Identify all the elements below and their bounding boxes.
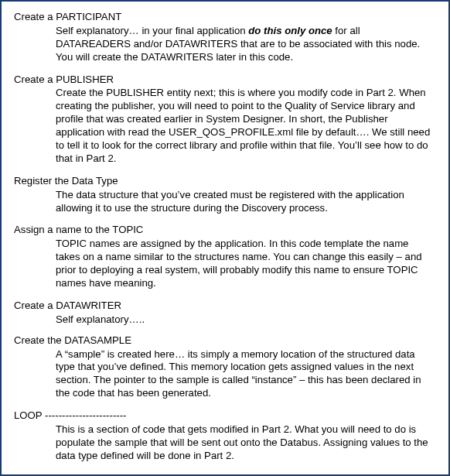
heading-loop: LOOP ------------------------ <box>14 409 435 423</box>
section-datawriter: Create a DATAWRITER Self explanatory….. <box>14 300 435 327</box>
heading-datasample: Create the DATASAMPLE <box>14 334 435 348</box>
text-loop: This is a section of code that gets modi… <box>56 423 435 463</box>
body-publisher: Create the PUBLISHER entity next; this i… <box>56 87 435 165</box>
text-participant-pre: Self explanatory… in your final applicat… <box>56 25 248 36</box>
text-datawriter: Self explanatory….. <box>56 313 435 327</box>
section-loop: LOOP ------------------------ This is a … <box>14 409 435 463</box>
section-datasample: Create the DATASAMPLE A “sample” is crea… <box>14 334 435 400</box>
body-participant: Self explanatory… in your final applicat… <box>56 25 435 64</box>
section-participant: Create a PARTICIPANT Self explanatory… i… <box>14 11 435 64</box>
heading-topic: Assign a name to the TOPIC <box>14 224 435 237</box>
body-loop: This is a section of code that gets modi… <box>56 423 435 463</box>
heading-register-type: Register the Data Type <box>14 175 435 188</box>
body-register-type: The data structure that you’ve created m… <box>56 189 435 215</box>
text-datasample: A “sample” is created here… its simply a… <box>56 348 435 401</box>
text-topic: TOPIC names are assigned by the applicat… <box>56 238 435 290</box>
heading-participant: Create a PARTICIPANT <box>14 11 435 24</box>
text-publisher: Create the PUBLISHER entity next; this i… <box>56 87 435 165</box>
section-publisher: Create a PUBLISHER Create the PUBLISHER … <box>14 74 435 166</box>
section-register-type: Register the Data Type The data structur… <box>14 175 435 215</box>
body-datawriter: Self explanatory….. <box>56 313 435 327</box>
heading-datawriter: Create a DATAWRITER <box>14 300 435 313</box>
heading-publisher: Create a PUBLISHER <box>14 74 435 87</box>
body-datasample: A “sample” is created here… its simply a… <box>56 348 435 401</box>
text-participant-emph: do this only once <box>248 25 332 36</box>
section-topic: Assign a name to the TOPIC TOPIC names a… <box>14 224 435 289</box>
document-page: Create a PARTICIPANT Self explanatory… i… <box>0 0 450 476</box>
body-topic: TOPIC names are assigned by the applicat… <box>56 238 435 290</box>
text-register-type: The data structure that you’ve created m… <box>56 189 435 215</box>
